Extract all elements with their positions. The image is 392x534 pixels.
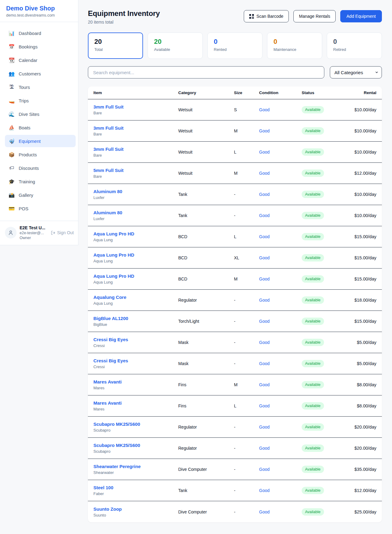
condition-link[interactable]: Good (259, 234, 302, 239)
condition-link[interactable]: Good (259, 403, 302, 408)
sidebar-item[interactable]: 💳 POS (5, 202, 76, 215)
item-name-link[interactable]: 3mm Full Suit (93, 104, 178, 109)
status-cell: Available (302, 212, 348, 219)
stat-value: 20 (154, 38, 196, 46)
sign-out-label: Sign Out (57, 230, 74, 235)
sidebar-item[interactable]: 📊 Dashboard (5, 27, 76, 39)
condition-link[interactable]: Good (259, 298, 302, 303)
status-badge: Available (302, 487, 324, 494)
item-name-link[interactable]: Cressi Big Eyes (93, 358, 178, 363)
item-name-link[interactable]: Scubapro MK25/S600 (93, 421, 178, 427)
condition-link[interactable]: Good (259, 319, 302, 324)
sidebar-item[interactable]: ⛵ Boats (5, 121, 76, 134)
avatar (5, 227, 17, 238)
add-equipment-button[interactable]: Add Equipment (340, 10, 382, 22)
sidebar-nav: 📊 Dashboard 📅 Bookings 📆 Calendar 👥 Cust… (0, 22, 78, 218)
sign-out-button[interactable]: Sign Out (51, 230, 74, 235)
category-filter[interactable]: All Categories (330, 66, 382, 78)
search-input[interactable] (88, 66, 324, 78)
table-row: Scubapro MK25/S600 Scubapro Regulator - … (88, 417, 382, 438)
item-name-link[interactable]: Aqua Lung Pro HD (93, 231, 178, 236)
status-badge: Available (302, 360, 324, 367)
status-badge: Available (302, 466, 324, 473)
logo-block: Demo Dive Shop demo.test.divestreams.com (0, 5, 78, 22)
item-brand: Bare (93, 132, 178, 136)
item-name-link[interactable]: 5mm Full Suit (93, 168, 178, 173)
status-cell: Available (302, 487, 348, 494)
status-badge: Available (302, 170, 324, 177)
sidebar-item-icon: 📊 (9, 30, 15, 36)
item-name-link[interactable]: Aluminum 80 (93, 189, 178, 194)
item-name-link[interactable]: Steel 100 (93, 485, 178, 490)
item-cell: 3mm Full Suit Bare (93, 125, 178, 136)
sidebar-item[interactable]: 📦 Products (5, 148, 76, 161)
sidebar-item[interactable]: 🌊 Dive Sites (5, 108, 76, 120)
condition-link[interactable]: Good (259, 467, 302, 472)
item-name-link[interactable]: Aluminum 80 (93, 210, 178, 215)
stat-card[interactable]: 0 Retired (327, 32, 382, 59)
item-name-link[interactable]: BigBlue AL1200 (93, 316, 178, 321)
condition-link[interactable]: Good (259, 488, 302, 493)
table-row: 5mm Full Suit Bare Wetsuit M Good Availa… (88, 163, 382, 184)
item-cell: 3mm Full Suit Bare (93, 104, 178, 115)
sidebar-item[interactable]: 🎓 Training (5, 175, 76, 188)
sidebar-item[interactable]: 📅 Bookings (5, 40, 76, 53)
sidebar-item[interactable]: 🤿 Equipment (5, 135, 76, 147)
condition-link[interactable]: Good (259, 150, 302, 154)
sidebar-item-icon: 📅 (9, 44, 15, 50)
condition-link[interactable]: Good (259, 425, 302, 429)
condition-link[interactable]: Good (259, 340, 302, 345)
item-name-link[interactable]: Suunto Zoop (93, 506, 178, 512)
condition-link[interactable]: Good (259, 213, 302, 218)
item-name-link[interactable]: Mares Avanti (93, 379, 178, 384)
condition-link[interactable]: Good (259, 128, 302, 133)
item-brand: Cressi (93, 343, 178, 348)
item-name-link[interactable]: 3mm Full Suit (93, 147, 178, 152)
item-name-link[interactable]: Cressi Big Eyes (93, 337, 178, 342)
sidebar-item[interactable]: 👥 Customers (5, 67, 76, 80)
stat-card[interactable]: 0 Rented (207, 32, 262, 59)
stat-card[interactable]: 0 Maintenance (267, 32, 322, 59)
sidebar-item-label: Dive Sites (19, 112, 40, 117)
scan-barcode-button[interactable]: Scan Barcode (244, 10, 289, 22)
condition-link[interactable]: Good (259, 361, 302, 366)
condition-link[interactable]: Good (259, 192, 302, 197)
status-cell: Available (302, 423, 348, 431)
size-cell: - (234, 509, 259, 514)
condition-link[interactable]: Good (259, 446, 302, 451)
condition-link[interactable]: Good (259, 509, 302, 514)
condition-link[interactable]: Good (259, 382, 302, 387)
item-name-link[interactable]: Scubapro MK25/S600 (93, 443, 178, 448)
table-row: Aluminum 80 Luxfer Tank - Good Available… (88, 184, 382, 205)
user-block: E2E Test U... e2e-tester@... Owner Sign … (0, 221, 78, 245)
condition-link[interactable]: Good (259, 255, 302, 260)
manage-rentals-button[interactable]: Manage Rentals (293, 10, 336, 22)
sidebar-item[interactable]: 🏷 Discounts (5, 162, 76, 174)
category-cell: Torch/Light (178, 319, 234, 324)
condition-link[interactable]: Good (259, 107, 302, 112)
item-name-link[interactable]: Aqualung Core (93, 295, 178, 300)
size-cell: - (234, 213, 259, 218)
page-header: Equipment Inventory 20 items total Scan … (88, 9, 382, 25)
item-cell: BigBlue AL1200 BigBlue (93, 316, 178, 327)
sidebar-item[interactable]: 📸 Gallery (5, 189, 76, 201)
size-cell: - (234, 298, 259, 303)
item-name-link[interactable]: Mares Avanti (93, 400, 178, 406)
sidebar-item[interactable]: 🏝 Tours (5, 81, 76, 93)
sidebar-item-label: Products (19, 152, 37, 157)
status-badge: Available (302, 402, 324, 410)
sidebar-item[interactable]: 🚤 Trips (5, 94, 76, 107)
user-info: E2E Test U... e2e-tester@... Owner (20, 225, 48, 240)
stat-card[interactable]: 20 Available (148, 32, 203, 59)
main-content: Equipment Inventory 20 items total Scan … (78, 0, 392, 534)
item-name-link[interactable]: Aqua Lung Pro HD (93, 252, 178, 257)
sidebar-item[interactable]: 📆 Calendar (5, 54, 76, 66)
condition-link[interactable]: Good (259, 171, 302, 176)
stat-card[interactable]: 20 Total (88, 32, 143, 59)
item-name-link[interactable]: 3mm Full Suit (93, 125, 178, 131)
condition-link[interactable]: Good (259, 277, 302, 281)
table-row: Mares Avanti Mares Fins L Good Available… (88, 395, 382, 417)
item-name-link[interactable]: Shearwater Peregrine (93, 464, 178, 469)
item-name-link[interactable]: Aqua Lung Pro HD (93, 273, 178, 279)
item-cell: Suunto Zoop Suunto (93, 506, 178, 517)
